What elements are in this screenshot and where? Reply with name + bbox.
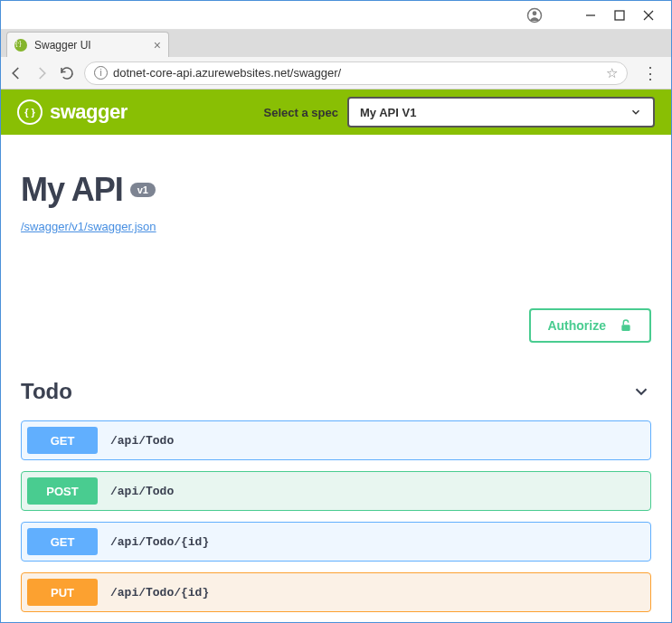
address-bar: i dotnet-core-api.azurewebsites.net/swag… bbox=[1, 57, 671, 90]
browser-menu-button[interactable]: ⋮ bbox=[637, 63, 664, 83]
tab-close-icon[interactable]: × bbox=[154, 38, 161, 52]
chevron-down-icon bbox=[629, 106, 642, 118]
section-header-todo[interactable]: Todo bbox=[21, 379, 651, 404]
url-input[interactable]: i dotnet-core-api.azurewebsites.net/swag… bbox=[84, 61, 628, 85]
swagger-logo-icon: { } bbox=[17, 99, 43, 125]
svg-rect-6 bbox=[621, 325, 629, 331]
spec-select[interactable]: My API V1 bbox=[347, 97, 655, 127]
api-title-row: My API v1 bbox=[21, 171, 651, 209]
section-title: Todo bbox=[21, 379, 72, 404]
chevron-down-icon bbox=[631, 382, 651, 401]
operation-path: /api/Todo/{id} bbox=[110, 586, 209, 599]
authorize-button[interactable]: Authorize bbox=[529, 308, 651, 343]
operation-path: /api/Todo/{id} bbox=[110, 535, 209, 549]
browser-tab-bar: Swagger UI × bbox=[1, 30, 671, 57]
bookmark-icon[interactable]: ☆ bbox=[606, 65, 618, 81]
operations-list: GET/api/TodoPOST/api/TodoGET/api/Todo/{i… bbox=[21, 420, 651, 612]
back-button[interactable] bbox=[8, 65, 24, 81]
operation-row[interactable]: GET/api/Todo/{id} bbox=[21, 522, 651, 562]
spec-selected-value: My API V1 bbox=[360, 106, 416, 119]
content-area: My API v1 /swagger/v1/swagger.json Autho… bbox=[1, 135, 671, 623]
user-icon[interactable] bbox=[526, 7, 543, 24]
authorize-label: Authorize bbox=[547, 318, 606, 333]
svg-rect-3 bbox=[615, 11, 624, 20]
operation-row[interactable]: PUT/api/Todo/{id} bbox=[21, 572, 651, 612]
window-controls bbox=[526, 7, 671, 24]
operation-method: GET bbox=[27, 528, 98, 555]
close-button[interactable] bbox=[642, 9, 655, 22]
swagger-brand-text: swagger bbox=[50, 100, 128, 124]
browser-tab[interactable]: Swagger UI × bbox=[6, 32, 169, 57]
window-titlebar bbox=[1, 1, 671, 30]
minimize-button[interactable] bbox=[584, 9, 597, 22]
operation-path: /api/Todo bbox=[110, 485, 174, 498]
operation-row[interactable]: POST/api/Todo bbox=[21, 471, 651, 511]
operation-method: GET bbox=[27, 427, 98, 454]
reload-button[interactable] bbox=[59, 65, 75, 81]
tab-title: Swagger UI bbox=[34, 39, 148, 52]
url-text: dotnet-core-api.azurewebsites.net/swagge… bbox=[113, 66, 341, 80]
spec-selector-area: Select a spec My API V1 bbox=[264, 97, 655, 127]
spec-link[interactable]: /swagger/v1/swagger.json bbox=[21, 220, 156, 233]
api-title: My API bbox=[21, 171, 123, 209]
operation-path: /api/Todo bbox=[110, 434, 174, 448]
operation-method: POST bbox=[27, 477, 98, 505]
authorize-row: Authorize bbox=[21, 308, 651, 343]
unlock-icon bbox=[619, 317, 633, 334]
maximize-button[interactable] bbox=[613, 9, 626, 22]
spec-label: Select a spec bbox=[264, 106, 338, 119]
operation-row[interactable]: GET/api/Todo bbox=[21, 420, 651, 460]
site-info-icon[interactable]: i bbox=[94, 66, 108, 80]
tab-favicon-icon bbox=[14, 39, 27, 52]
forward-button[interactable] bbox=[33, 65, 50, 81]
operation-method: PUT bbox=[27, 579, 98, 606]
swagger-logo[interactable]: { } swagger bbox=[17, 99, 128, 125]
svg-point-1 bbox=[533, 11, 537, 15]
swagger-header: { } swagger Select a spec My API V1 bbox=[1, 90, 671, 135]
version-badge: v1 bbox=[130, 183, 156, 197]
